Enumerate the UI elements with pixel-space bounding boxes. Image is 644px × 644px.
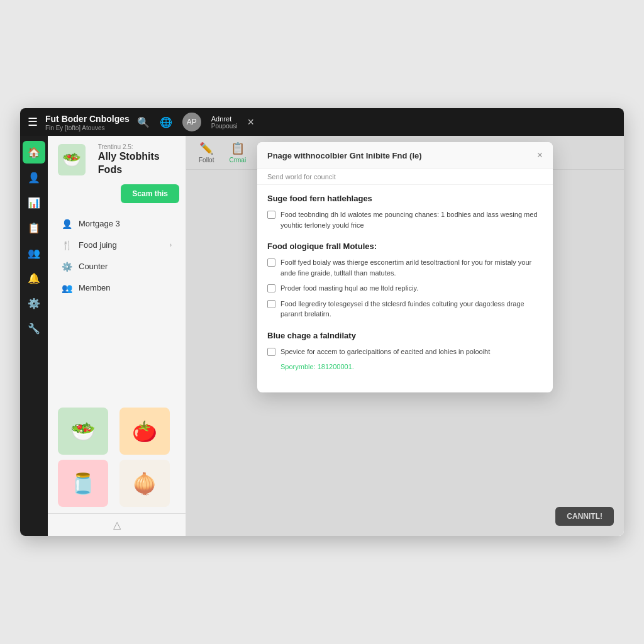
sidebar-item-group[interactable]: 👥 xyxy=(23,242,45,264)
section-3-title: Blue chage a falndilaty xyxy=(267,331,543,340)
nav-item-mortgage[interactable]: 👤 Mortgage 3 xyxy=(52,213,182,235)
checkbox-2-0[interactable] xyxy=(267,258,275,267)
user-info: Adnret Poupousi xyxy=(211,115,238,130)
icon-sidebar: 🏠 👤 📊 📋 👥 🔔 ⚙️ 🔧 xyxy=(20,136,48,536)
close-icon[interactable]: × xyxy=(247,116,254,129)
check-item-2-0: Foolf fyed boialy was thierge esconertim… xyxy=(267,257,543,278)
check-item-1-0: Food teobnding dh Id walotes me pouncing… xyxy=(267,209,543,230)
image-thumb-4[interactable]: 🧅 xyxy=(119,460,170,507)
modal-body: Suge food fern hatlehlages Food teobndin… xyxy=(257,185,553,392)
sidebar-item-chart[interactable]: 📊 xyxy=(23,191,45,214)
title-bar: ☰ Fut Boder Cnbolges Fin Ey [tofto] Atou… xyxy=(20,108,624,136)
check-text-2-2: Food llegrediry tolesgeysei d the stcles… xyxy=(280,299,543,319)
globe-icon[interactable]: 🌐 xyxy=(160,116,172,128)
check-item-3-0: Spevice for accem to garlecipaitions of … xyxy=(267,347,543,357)
modal-dialog: Pnage withnocolbier Gnt Inibite Fnd (le)… xyxy=(257,142,553,392)
check-item-2-2: Food llegrediry tolesgeysei d the stcles… xyxy=(267,299,543,319)
checkbox-2-2[interactable] xyxy=(267,300,275,308)
app-window: ☰ Fut Boder Cnbolges Fin Ey [tofto] Atou… xyxy=(20,108,624,536)
members-icon: 👥 xyxy=(62,283,72,293)
nav-item-members[interactable]: 👥 Memben xyxy=(52,277,182,299)
avatar[interactable]: AP xyxy=(182,113,201,131)
food-thumbnail: 🥗 xyxy=(58,144,86,175)
sidebar-bottom: △ xyxy=(48,513,186,536)
scan-button[interactable]: Scam this xyxy=(121,184,179,203)
food-arrow-icon: › xyxy=(170,242,172,248)
check-item-3-1: Sporymble: 181200001. xyxy=(267,362,543,372)
section-2-title: Food ologique frall Motules: xyxy=(267,242,543,251)
user-role: Poupousi xyxy=(211,123,238,130)
app-title-group: Fut Boder Cnbolges Fin Ey [tofto] Atouve… xyxy=(45,113,130,131)
sidebar-date: Trentinu 2.5: xyxy=(98,143,175,150)
check-text-3-1-green: Sporymble: 181200001. xyxy=(280,362,354,372)
sidebar-item-home[interactable]: 🏠 xyxy=(23,141,45,164)
title-bar-actions: 🔍 🌐 AP Adnret Poupousi × xyxy=(137,113,254,131)
check-text-2-0: Foolf fyed boialy was thierge esconertim… xyxy=(280,257,543,278)
sidebar-item-bell[interactable]: 🔔 xyxy=(23,267,45,289)
image-thumb-1[interactable]: 🥗 xyxy=(58,408,108,455)
content-sidebar: 🥗 Trentinu 2.5: Ally Stobhits Fods Scam … xyxy=(48,136,186,536)
modal-title: Pnage withnocolbier Gnt Inibite Fnd (le) xyxy=(267,151,537,160)
image-thumb-2[interactable]: 🍅 xyxy=(119,408,170,455)
nav-section: 👤 Mortgage 3 🍴 Food juing › ⚙️ Counter 👥… xyxy=(48,208,186,401)
search-icon[interactable]: 🔍 xyxy=(137,116,150,128)
menu-icon[interactable]: ☰ xyxy=(28,115,38,129)
modal-section-1: Suge food fern hatlehlages Food teobndin… xyxy=(267,194,543,230)
modal-close-icon[interactable]: × xyxy=(537,150,543,161)
sidebar-top: 🥗 Trentinu 2.5: Ally Stobhits Fods xyxy=(48,136,186,184)
nav-item-counter[interactable]: ⚙️ Counter xyxy=(52,256,182,277)
modal-header: Pnage withnocolbier Gnt Inibite Fnd (le)… xyxy=(257,142,553,169)
checkbox-3-0[interactable] xyxy=(267,348,275,356)
nav-item-food[interactable]: 🍴 Food juing › xyxy=(52,235,182,256)
modal-subheader: Send world for councit xyxy=(257,169,553,185)
checkbox-1-0[interactable] xyxy=(267,211,275,219)
sidebar-item-wrench[interactable]: 🔧 xyxy=(23,317,45,340)
sidebar-title: Ally Stobhits Fods xyxy=(98,150,175,177)
counter-icon: ⚙️ xyxy=(62,262,72,272)
check-item-2-1: Proder food masting hqul ao me ltold rep… xyxy=(267,283,543,294)
nav-label-mortgage: Mortgage 3 xyxy=(79,219,172,228)
triangle-icon[interactable]: △ xyxy=(113,519,121,531)
app-title: Fut Boder Cnbolges xyxy=(45,114,130,124)
sidebar-item-user[interactable]: 👤 xyxy=(23,166,45,189)
nav-label-food: Food juing xyxy=(79,240,164,250)
nav-label-members: Memben xyxy=(79,283,172,292)
sidebar-item-gear[interactable]: ⚙️ xyxy=(23,292,45,314)
app-subtitle: Fin Ey [tofto] Atouves xyxy=(45,125,130,131)
sidebar-title-group: Trentinu 2.5: Ally Stobhits Fods xyxy=(98,143,175,177)
modal-backdrop: Pnage withnocolbier Gnt Inibite Fnd (le)… xyxy=(186,136,624,536)
username: Adnret xyxy=(211,115,238,123)
check-text-2-1: Proder food masting hqul ao me ltold rep… xyxy=(280,283,418,294)
sidebar-item-list[interactable]: 📋 xyxy=(23,216,45,239)
food-icon: 🍴 xyxy=(62,240,72,250)
sidebar-action-area: Scam this xyxy=(48,184,186,208)
nav-label-counter: Counter xyxy=(79,262,172,271)
check-text-1-0: Food teobnding dh Id walotes me pouncing… xyxy=(280,209,543,230)
modal-section-3: Blue chage a falndilaty Spevice for acce… xyxy=(267,331,543,372)
main-content: ✏️ Follot 📋 Crmai 📎 Attach 💬 Chaes 👤 xyxy=(186,136,624,536)
mortgage-icon: 👤 xyxy=(62,219,72,229)
main-layout: 🏠 👤 📊 📋 👥 🔔 ⚙️ 🔧 🥗 Trentinu 2.5: Ally St… xyxy=(20,136,624,536)
check-text-3-0: Spevice for accem to garlecipaitions of … xyxy=(280,347,490,357)
checkbox-2-1[interactable] xyxy=(267,284,275,292)
section-1-title: Suge food fern hatlehlages xyxy=(267,194,543,203)
image-thumb-3[interactable]: 🫙 xyxy=(58,460,108,507)
image-grid: 🥗 🍅 🫙 🧅 xyxy=(48,401,186,513)
modal-section-2: Food ologique frall Motules: Foolf fyed … xyxy=(267,242,543,319)
